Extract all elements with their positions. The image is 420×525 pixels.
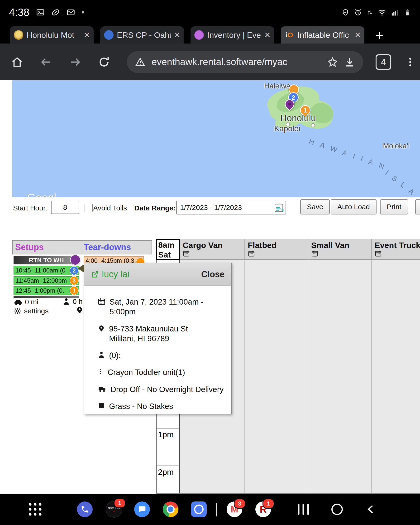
one-talk-app-icon[interactable]: one talk 1 bbox=[106, 501, 122, 518]
print-button[interactable]: Print bbox=[380, 199, 408, 215]
chrome-app-icon[interactable] bbox=[163, 501, 178, 517]
avoid-tolls-checkbox[interactable] bbox=[85, 204, 93, 212]
browser-menu-icon[interactable] bbox=[405, 56, 416, 68]
battery-icon bbox=[404, 7, 411, 17]
event-badge-orange: 3 bbox=[70, 276, 79, 285]
sports-notification-icon bbox=[51, 8, 60, 17]
camera-app-icon[interactable] bbox=[191, 501, 207, 517]
recents-nav-button[interactable] bbox=[298, 504, 309, 515]
day-label: Sat bbox=[158, 250, 179, 260]
browser-toolbar: eventhawk.rental.software/myac 4 bbox=[0, 44, 420, 80]
forward-icon[interactable] bbox=[69, 56, 81, 68]
tab-close-icon[interactable]: × bbox=[174, 30, 180, 40]
setup-event-1145[interactable]: 11:45am- 12:00pm 3 bbox=[14, 276, 79, 285]
column-divider bbox=[308, 260, 308, 493]
save-button[interactable]: Save bbox=[300, 199, 330, 215]
phone-app-icon[interactable] bbox=[77, 501, 93, 517]
customer-name: lucy lai bbox=[102, 269, 129, 279]
setups-header[interactable]: Setups bbox=[12, 240, 81, 254]
vehicle-name: Small Van bbox=[311, 241, 371, 250]
setup-event-1245[interactable]: 12:45- 1:00pm (0. 1 bbox=[14, 286, 79, 295]
popup-header: lucy lai Close bbox=[84, 263, 231, 286]
vehicle-calendar-icon[interactable] bbox=[183, 250, 190, 257]
customer-link[interactable]: lucy lai bbox=[91, 269, 129, 279]
route-miles-stat: 0 mi bbox=[14, 298, 38, 307]
event-label: 12:45- 1:00pm (0. bbox=[15, 287, 70, 294]
event-badge-orange: 1 bbox=[70, 286, 79, 295]
bookmark-star-icon[interactable] bbox=[327, 56, 338, 67]
vehicle-header-flatbed: Flatbed bbox=[245, 239, 308, 259]
auto-load-button[interactable]: Auto Load bbox=[331, 199, 376, 215]
setup-event-return-to-warehouse[interactable]: RTN TO WH bbox=[14, 256, 79, 264]
notification-dot bbox=[82, 11, 84, 14]
event-delivery-row: Drop Off - No Overnight Delivery bbox=[98, 384, 225, 394]
map-marker-1[interactable]: 1 bbox=[300, 105, 310, 116]
notification-badge: 3 bbox=[234, 499, 246, 509]
town-dot bbox=[311, 123, 315, 127]
new-tab-button[interactable]: + bbox=[371, 26, 388, 44]
truck-icon bbox=[98, 385, 107, 393]
location-pin-icon bbox=[98, 324, 105, 332]
route-map[interactable]: Haleiwa Honolulu Kapolei Moloka'i HAWAII… bbox=[12, 80, 420, 197]
teardowns-header[interactable]: Tear-downs bbox=[81, 240, 152, 254]
time-column-header: 8am Sat bbox=[156, 239, 180, 260]
tab-favicon-ers bbox=[104, 30, 114, 40]
home-icon[interactable] bbox=[11, 56, 23, 68]
app-drawer-button[interactable] bbox=[29, 503, 42, 516]
tab-switcher-button[interactable]: 4 bbox=[375, 54, 391, 70]
vehicle-header-row: Cargo Van Flatbed Small Van Event Truck bbox=[180, 239, 420, 260]
settings-link[interactable]: settings bbox=[14, 307, 48, 315]
settings-label: settings bbox=[24, 307, 48, 315]
tab-count: 4 bbox=[381, 57, 386, 66]
vehicle-calendar-icon[interactable] bbox=[311, 250, 318, 257]
popup-body: Sat, Jan 7, 2023 11:00am - 5:00pm 95-733… bbox=[84, 286, 231, 411]
event-address: 95-733 Makaunulau St Mililani, HI 96789 bbox=[109, 324, 188, 344]
hour-line bbox=[156, 466, 179, 466]
android-dock: one talk 1 M 3 R 1 bbox=[0, 494, 420, 525]
date-range-label: Date Range: bbox=[134, 204, 176, 212]
partial-button[interactable] bbox=[415, 199, 420, 215]
delivery-note: Drop Off - No Overnight Delivery bbox=[110, 384, 224, 394]
browser-tab-inflatable-office[interactable]: iO Inflatable Offic × bbox=[281, 26, 365, 44]
time-label-2pm: 2pm bbox=[158, 468, 174, 477]
vehicle-calendar-icon[interactable] bbox=[248, 250, 255, 257]
tab-close-icon[interactable]: × bbox=[355, 30, 361, 40]
url-bar[interactable]: eventhawk.rental.software/myac bbox=[127, 51, 363, 73]
home-nav-button[interactable] bbox=[331, 504, 343, 515]
vertical-dots-icon bbox=[98, 368, 104, 375]
browser-tab-inventory[interactable]: Inventory | Eve × bbox=[191, 26, 274, 44]
popup-close-button[interactable]: Close bbox=[201, 269, 225, 279]
tab-close-icon[interactable]: × bbox=[84, 30, 90, 40]
car-icon bbox=[14, 298, 23, 307]
gmail-app-icon[interactable]: M 3 bbox=[227, 501, 242, 517]
vehicle-calendar-icon[interactable] bbox=[375, 250, 382, 257]
address-line-1: 95-733 Makaunulau St bbox=[109, 324, 188, 334]
back-nav-button[interactable] bbox=[365, 504, 376, 515]
tab-title: Inflatable Offic bbox=[297, 30, 351, 40]
tab-close-icon[interactable]: × bbox=[265, 30, 270, 40]
status-bar: 4:38 bbox=[0, 0, 420, 25]
back-icon[interactable] bbox=[40, 56, 52, 68]
tab-favicon-io: iO bbox=[285, 30, 294, 40]
hour-label: 8am bbox=[158, 240, 179, 250]
date-range-input[interactable]: 1/7/2023 - 1/7/2023 3 bbox=[176, 201, 286, 215]
start-hour-input[interactable] bbox=[51, 201, 79, 214]
hour-line bbox=[156, 428, 179, 429]
rakuten-app-icon[interactable]: R 1 bbox=[255, 501, 271, 517]
alarm-icon bbox=[354, 8, 362, 16]
reload-icon[interactable] bbox=[98, 56, 110, 68]
tab-title: ERS CP - Oahu bbox=[117, 30, 171, 40]
event-popup: lucy lai Close Sat, Jan 7, 2023 11:00am … bbox=[84, 263, 232, 414]
browser-tab-ers-cp[interactable]: ERS CP - Oahu × bbox=[100, 26, 184, 44]
site-warning-icon[interactable] bbox=[135, 57, 145, 67]
event-label: RTN TO WH bbox=[29, 257, 64, 264]
browser-tab-honolulu[interactable]: Honolulu Mot × bbox=[10, 26, 94, 44]
setup-event-1045[interactable]: 10:45- 11:00am (0 2 bbox=[14, 266, 79, 275]
event-inventory-row: Crayon Toddler unit(1) bbox=[98, 367, 225, 377]
check-icon bbox=[112, 510, 116, 513]
download-icon[interactable] bbox=[344, 56, 355, 67]
mail-notification-icon bbox=[66, 8, 75, 17]
left-panel-header: Setups Tear-downs bbox=[12, 240, 152, 254]
messages-app-icon[interactable] bbox=[134, 501, 150, 517]
miles-value: 0 mi bbox=[25, 298, 38, 306]
